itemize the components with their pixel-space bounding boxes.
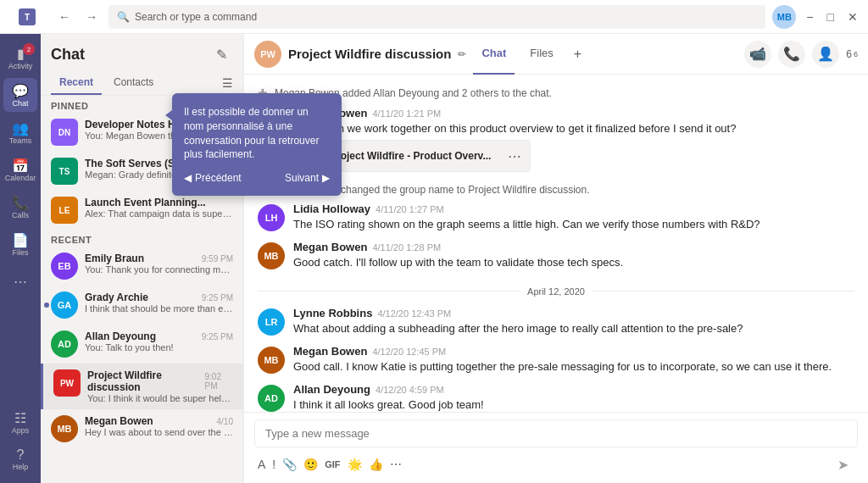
sidebar-item-chat[interactable]: 💬 Chat	[3, 78, 37, 112]
sidebar-item-teams[interactable]: 👥 Teams	[3, 115, 37, 149]
message-group: AD Allan Deyoung 4/12/20 4:59 PM I think…	[258, 383, 854, 412]
sidebar-label-activity: Activity	[8, 62, 33, 70]
search-bar[interactable]: 🔍 Search or type a command	[108, 5, 765, 29]
edit-name-icon[interactable]: ✏	[458, 48, 466, 60]
message-text: What about adding a subheading after the…	[293, 321, 743, 336]
gif-icon[interactable]: GIF	[325, 459, 340, 469]
window-minimize-button[interactable]: −	[803, 10, 816, 24]
chat-item-content: Grady Archie 9:25 PM I think that should…	[85, 291, 233, 314]
nav-forward-button[interactable]: →	[81, 7, 102, 27]
sidebar-item-calendar[interactable]: 📅 Calendar	[3, 153, 37, 186]
nav-back-button[interactable]: ←	[54, 7, 75, 27]
participants-count: 66	[846, 48, 858, 60]
paperclip-icon[interactable]: 📎	[282, 458, 297, 471]
sidebar-item-calls[interactable]: 📞 Calls	[3, 190, 37, 224]
list-item[interactable]: MB Megan Bowen 4/10 Hey I was about to s…	[41, 409, 243, 448]
window-close-button[interactable]: ✕	[844, 10, 861, 24]
more-options-icon[interactable]: ⋯	[390, 458, 402, 471]
app-logo: T	[7, 8, 47, 25]
message-time: 4/12/20 4:59 PM	[376, 385, 444, 395]
attachment-more-icon[interactable]: ⋯	[508, 148, 521, 164]
sticker-icon[interactable]: 🌟	[348, 458, 362, 471]
message-avatar: MB	[258, 347, 285, 374]
system-message: ✚ Megan Bowen added Allan Deyoung and 2 …	[258, 83, 854, 103]
emoji-icon[interactable]: 🙂	[303, 458, 318, 471]
video-call-button[interactable]: 📹	[744, 41, 771, 68]
message-time: 4/12/20 12:45 PM	[372, 347, 446, 357]
message-content: Megan Bowen 4/11/20 1:21 PM Hi all. Can …	[293, 107, 736, 172]
sidebar-item-help[interactable]: ? Help	[3, 442, 37, 476]
files-icon: 📄	[12, 232, 29, 248]
tab-contacts[interactable]: Contacts	[105, 71, 162, 95]
sidebar-item-activity[interactable]: ▮ 2 Activity	[3, 41, 37, 75]
chat-item-preview: I think that should be more than enough …	[85, 303, 233, 314]
tooltip-text: Il est possible de donner un nom personn…	[184, 105, 330, 162]
list-item[interactable]: LE Launch Event Planning... Alex: That c…	[41, 191, 243, 230]
chat-tabs: Recent Contacts ☰	[41, 71, 243, 96]
list-item[interactable]: EB Emily Braun 9:59 PM You: Thank you fo…	[41, 247, 243, 286]
message-avatar: AD	[258, 385, 285, 412]
chat-item-preview: Alex: That campaign data is super useful…	[85, 208, 233, 219]
sidebar-label-calendar: Calendar	[5, 174, 36, 182]
filter-icon[interactable]: ☰	[222, 76, 233, 90]
message-sender: Lidia Holloway	[293, 203, 370, 215]
date-divider: April 12, 2020	[258, 280, 854, 303]
calendar-icon: 📅	[12, 158, 29, 174]
message-content: Lidia Holloway 4/11/20 1:27 PM The ISO r…	[293, 203, 760, 232]
chat-item-name: Megan Bowen	[85, 415, 153, 427]
message-input[interactable]	[254, 419, 858, 447]
teams-icon: 👥	[12, 120, 29, 136]
message-text: The ISO rating shown on the graph seems …	[293, 217, 760, 232]
search-icon: 🔍	[117, 11, 130, 23]
tooltip-popover: Il est possible de donner un nom personn…	[172, 93, 342, 196]
avatar: DN	[51, 119, 78, 146]
user-avatar-top[interactable]: MB	[772, 5, 796, 29]
message-group: LR Lynne Robbins 4/12/20 12:43 PM What a…	[258, 307, 854, 336]
audio-call-button[interactable]: 📞	[778, 41, 805, 68]
avatar: AD	[51, 330, 78, 358]
list-item[interactable]: GA Grady Archie 9:25 PM I think that sho…	[41, 286, 243, 325]
sidebar-item-files[interactable]: 📄 Files	[3, 227, 37, 261]
svg-text:T: T	[25, 13, 30, 22]
chat-item-content: Megan Bowen 4/10 Hey I was about to send…	[85, 415, 233, 437]
list-item-selected[interactable]: PW Project Wildfire discussion 9:02 PM Y…	[41, 364, 243, 409]
tab-recent[interactable]: Recent	[51, 71, 102, 95]
sidebar-item-apps[interactable]: ☷ Apps	[3, 405, 37, 439]
chat-item-preview: You: Thank you for connecting me with th…	[85, 264, 233, 275]
tooltip-arrow	[165, 110, 172, 120]
avatar: PW	[53, 369, 81, 397]
compose-button[interactable]: ✎	[209, 42, 233, 66]
chat-item-content: Launch Event Planning... Alex: That camp…	[85, 197, 233, 219]
avatar: LE	[51, 197, 78, 224]
list-item[interactable]: AD Allan Deyoung 9:25 PM You: Talk to yo…	[41, 325, 243, 364]
chat-item-time: 9:02 PM	[204, 372, 233, 391]
message-avatar: LH	[258, 204, 285, 231]
message-text: Hi all. Can we work together on this pro…	[293, 121, 736, 136]
sidebar-label-chat: Chat	[12, 99, 28, 108]
screenshare-button[interactable]: 👤	[812, 41, 839, 68]
system-message: ✏ Megan Bowen changed the group name to …	[258, 180, 854, 199]
sidebar-item-more[interactable]: ⋯	[3, 264, 37, 298]
tooltip-prev-button[interactable]: ◀ Précédent	[184, 172, 242, 184]
message-text: Good call. I know Katie is putting toget…	[293, 359, 832, 375]
window-maximize-button[interactable]: □	[824, 10, 837, 24]
sidebar-label-help: Help	[13, 463, 29, 471]
format-text-icon[interactable]: A	[258, 458, 265, 471]
tooltip-next-button[interactable]: Suivant ▶	[285, 172, 330, 184]
avatar: MB	[51, 415, 78, 442]
like-icon[interactable]: 👍	[369, 458, 383, 471]
chat-icon: 💬	[12, 83, 29, 99]
message-text: Good catch. I'll follow up with the team…	[293, 255, 623, 270]
chat-header-tab-chat[interactable]: Chat	[473, 34, 515, 75]
message-sender: Megan Bowen	[293, 241, 367, 253]
sidebar-badge-activity: 2	[23, 43, 35, 55]
add-tab-button[interactable]: +	[569, 43, 587, 65]
participants-superscript: 6	[854, 50, 858, 58]
avatar: GA	[51, 291, 78, 319]
chat-header-tab-files[interactable]: Files	[521, 34, 561, 75]
message-time: 4/11/20 1:21 PM	[372, 108, 441, 119]
sidebar-label-apps: Apps	[12, 426, 30, 435]
attach-icon[interactable]: !	[272, 458, 275, 471]
send-button[interactable]: ➤	[831, 452, 854, 476]
participants-number: 6	[846, 48, 852, 60]
